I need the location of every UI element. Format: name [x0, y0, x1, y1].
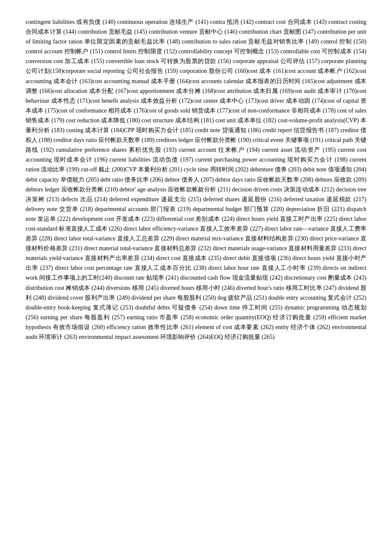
content-text: contingent liabilities 或有负债 (140) contin…	[26, 17, 366, 342]
main-content: contingent liabilities 或有负债 (140) contin…	[26, 17, 366, 342]
